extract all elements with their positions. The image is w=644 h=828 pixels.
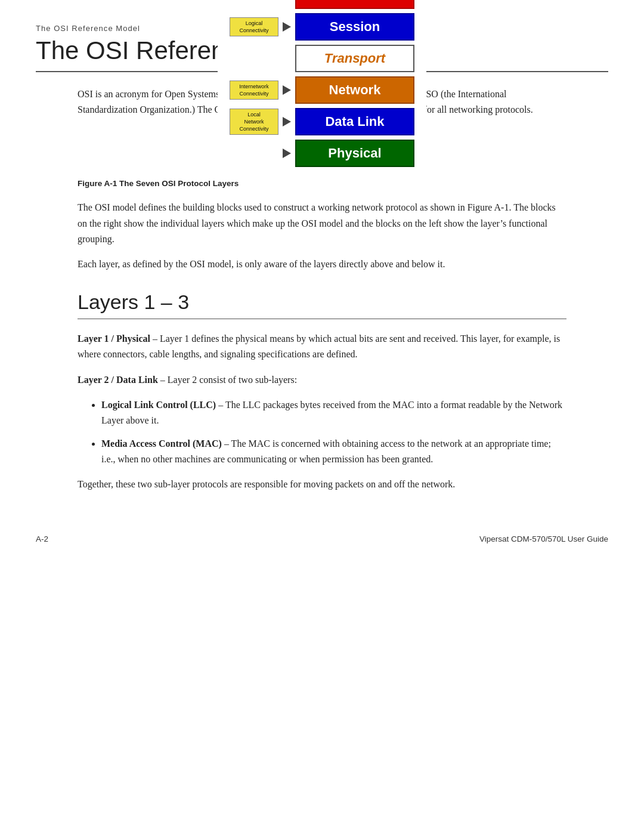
arrow-sess-r: [283, 22, 291, 32]
body-text-1: The OSI model defines the building block…: [78, 200, 566, 247]
layer1-desc: – Layer 1 defines the physical means by …: [78, 333, 560, 359]
section-title: Layers 1 – 3: [78, 291, 566, 319]
footer-page: A-2: [36, 535, 48, 543]
figure-caption-bold: Figure A-1 The Seven OSI Protocol Layers: [78, 179, 239, 188]
bullet1-bold: Logical Link Control (LLC): [101, 400, 216, 410]
footer: A-2 Vipersat CDM-570/570L User Guide: [36, 529, 608, 543]
layer1-bold: Layer 1 / Physical: [78, 333, 150, 344]
layer-box-datalink: Data Link: [295, 108, 414, 135]
layer2-text: Layer 2 / Data Link – Layer 2 consist of…: [78, 372, 566, 388]
layer2-desc: – Layer 2 consist of two sub-layers:: [158, 375, 297, 385]
layer-box-presentation: Presentation: [295, 0, 414, 9]
footer-title: Vipersat CDM-570/570L User Guide: [479, 535, 608, 543]
layer-box-physical: Physical: [295, 140, 414, 167]
left-box-local: LocalNetworkConnectivity: [230, 109, 278, 135]
arrows-col: [281, 0, 293, 167]
body-text-2: Each layer, as defined by the OSI model,…: [78, 257, 566, 272]
body-text-3: Together, these two sub-layer protocols …: [78, 477, 566, 492]
bullet-list: Logical Link Control (LLC) – The LLC pac…: [78, 397, 566, 468]
bullet-item-1: Logical Link Control (LLC) – The LLC pac…: [101, 397, 566, 429]
right-col: Application Presentation Session Transpo…: [295, 0, 414, 167]
arrow-dl-r: [283, 117, 291, 126]
left-box-internetwork: InternetworkConnectivity: [230, 81, 278, 100]
left-labels-col: ApplicationInteroperationFunctions Logic…: [230, 0, 278, 167]
bullet2-bold: Media Access Control (MAC): [101, 438, 222, 449]
layer-box-transport: Transport: [295, 45, 414, 72]
bullet-item-2: Media Access Control (MAC) – The MAC is …: [101, 436, 566, 468]
arrow-phys-r: [283, 149, 291, 158]
layer1-text: Layer 1 / Physical – Layer 1 defines the…: [78, 331, 566, 363]
arrow-net-r: [283, 85, 291, 95]
layer2-bold: Layer 2 / Data Link: [78, 375, 158, 385]
left-box-logical: LogicalConnectivity: [230, 17, 278, 36]
layer-box-network: Network: [295, 76, 414, 104]
figure-caption: Figure A-1 The Seven OSI Protocol Layers: [78, 179, 566, 188]
layer-box-session: Session: [295, 13, 414, 41]
